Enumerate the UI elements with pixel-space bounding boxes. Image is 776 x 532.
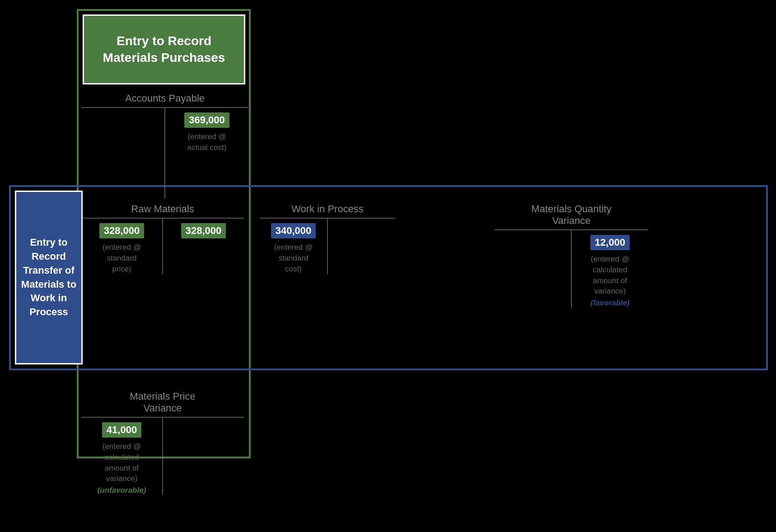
mpv-qualifier: (unfavorable)	[98, 486, 146, 495]
ap-to-rm-line	[164, 149, 165, 199]
entry1-title: Entry to Record Materials Purchases	[103, 33, 225, 66]
entry2-title-box: Entry to Record Transfer of Materials to…	[15, 191, 83, 364]
entry2-title: Entry to Record Transfer of Materials to…	[21, 236, 76, 319]
main-container: Entry to Record Materials Purchases Entr…	[7, 9, 770, 524]
entry1-title-box: Entry to Record Materials Purchases	[83, 14, 245, 84]
blue-border-box	[9, 185, 768, 370]
